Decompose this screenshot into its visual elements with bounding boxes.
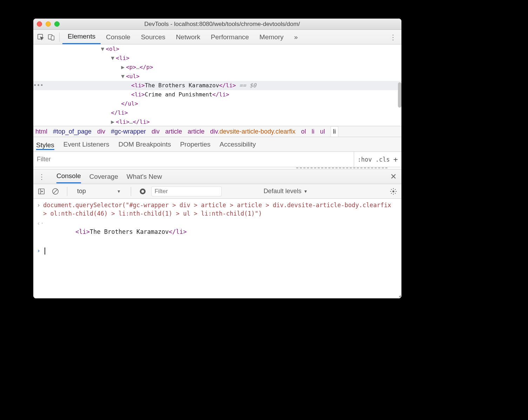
breadcrumb-item[interactable]: article xyxy=(165,128,182,135)
window-title: DevTools - localhost:8080/web/tools/chro… xyxy=(64,21,398,28)
tab-performance[interactable]: Performance xyxy=(205,30,254,44)
dom-tree[interactable]: ▼<ol> ▼<li> ▶<p>…</p> ▼<ul>••• <li>The B… xyxy=(33,45,401,126)
chevron-down-icon: ▼ xyxy=(304,189,308,194)
inspect-element-icon[interactable] xyxy=(35,32,46,42)
breadcrumb: html#top_of_pagediv#gc-wrapperdivarticle… xyxy=(33,126,401,137)
main-tabs: Elements Console Sources Network Perform… xyxy=(62,30,303,44)
subtab-styles[interactable]: Styles xyxy=(36,138,54,150)
console-input-row: › document.querySelector("#gc-wrapper > … xyxy=(37,201,398,218)
svg-line-6 xyxy=(54,189,57,193)
svg-rect-2 xyxy=(51,36,54,40)
console-result[interactable]: <li>The Brothers Karamazov</li> xyxy=(43,219,398,244)
titlebar: DevTools - localhost:8080/web/tools/chro… xyxy=(33,19,401,30)
tabs-overflow-icon[interactable]: » xyxy=(289,30,303,44)
console-settings-icon[interactable] xyxy=(388,186,399,197)
divider xyxy=(59,33,60,42)
subtab-properties[interactable]: Properties xyxy=(180,138,211,151)
clear-console-icon[interactable] xyxy=(50,186,61,197)
breadcrumb-item[interactable]: html xyxy=(35,128,47,135)
breadcrumb-item[interactable]: div.devsite-article-body.clearfix xyxy=(210,128,295,135)
console-input-text: document.querySelector("#gc-wrapper > di… xyxy=(43,201,398,218)
breadcrumb-item[interactable]: li xyxy=(331,126,338,137)
breadcrumb-item[interactable]: #top_of_page xyxy=(53,128,92,135)
cls-toggle[interactable]: .cls xyxy=(375,156,390,163)
tree-line[interactable]: ••• <li>The Brothers Karamazov</li> == $… xyxy=(33,81,401,90)
input-chevron-icon: › xyxy=(37,201,43,209)
tab-memory[interactable]: Memory xyxy=(254,30,289,44)
tree-line[interactable]: ▶<li>…</li> xyxy=(33,117,401,126)
maximize-window-button[interactable] xyxy=(54,21,60,27)
styles-tabs: Styles Event Listeners DOM Breakpoints P… xyxy=(33,137,401,152)
breadcrumb-item[interactable]: ul xyxy=(320,128,325,135)
svg-point-8 xyxy=(141,190,144,192)
tab-elements[interactable]: Elements xyxy=(62,30,101,44)
tree-line[interactable]: ▼<li> xyxy=(33,54,401,63)
console-filter-input[interactable] xyxy=(151,187,222,196)
new-style-rule-button[interactable]: + xyxy=(393,155,398,164)
breadcrumb-item[interactable]: #gc-wrapper xyxy=(111,128,146,135)
subtab-dom-breakpoints[interactable]: DOM Breakpoints xyxy=(119,138,171,151)
cursor xyxy=(45,248,45,255)
console-sidebar-toggle-icon[interactable] xyxy=(36,186,47,197)
breadcrumb-item[interactable]: article xyxy=(188,128,204,135)
close-window-button[interactable] xyxy=(37,21,42,27)
drawer-tabs: ⋮ Console Coverage What's New ✕ xyxy=(33,169,401,184)
tree-line[interactable]: ▼<ul> xyxy=(33,72,401,81)
drawer-tab-console[interactable]: Console xyxy=(56,170,81,183)
subtab-event-listeners[interactable]: Event Listeners xyxy=(63,138,109,151)
console-prompt-row[interactable]: › xyxy=(37,246,398,255)
corner-handle: ◢ xyxy=(399,294,401,298)
tab-console[interactable]: Console xyxy=(101,30,136,44)
settings-menu-icon[interactable]: ⋮ xyxy=(387,33,399,41)
minimize-window-button[interactable] xyxy=(46,21,51,27)
log-levels-selector[interactable]: Default levels ▼ xyxy=(264,188,308,195)
breadcrumb-item[interactable]: div xyxy=(151,128,160,135)
tree-line[interactable]: ▶<p>…</p> xyxy=(33,63,401,72)
drawer-tab-whatsnew[interactable]: What's New xyxy=(127,170,162,183)
scrollbar[interactable] xyxy=(398,82,401,108)
tree-line[interactable]: <li>Crime and Punishment</li> xyxy=(33,90,401,99)
main-toolbar: Elements Console Sources Network Perform… xyxy=(33,30,401,45)
traffic-lights xyxy=(37,21,60,27)
console-result-row: ‹· <li>The Brothers Karamazov</li> xyxy=(37,219,398,244)
breadcrumb-item[interactable]: li xyxy=(312,128,314,135)
styles-filter-row: :hov .cls + ◢ xyxy=(33,152,401,167)
live-expression-icon[interactable] xyxy=(137,186,148,197)
output-chevron-icon: ‹· xyxy=(37,219,43,228)
close-drawer-button[interactable]: ✕ xyxy=(387,172,399,181)
styles-filter-input[interactable] xyxy=(33,152,354,167)
breadcrumb-item[interactable]: div xyxy=(97,128,105,135)
drawer-tab-coverage[interactable]: Coverage xyxy=(89,170,118,183)
tree-line[interactable]: ▼<ol> xyxy=(33,45,401,54)
styles-body xyxy=(33,167,401,169)
chevron-down-icon: ▼ xyxy=(117,189,121,194)
breadcrumb-item[interactable]: ol xyxy=(301,128,306,135)
tree-line[interactable]: </li> xyxy=(33,108,401,117)
devtools-window: DevTools - localhost:8080/web/tools/chro… xyxy=(33,19,401,298)
device-toggle-icon[interactable] xyxy=(46,32,56,42)
tree-content: ▼<ol> ▼<li> ▶<p>…</p> ▼<ul>••• <li>The B… xyxy=(33,45,401,126)
prompt-chevron-icon: › xyxy=(37,246,43,255)
hov-toggle[interactable]: :hov xyxy=(358,156,372,163)
hov-cls-controls: :hov .cls + ◢ xyxy=(354,152,401,167)
box-model-preview xyxy=(296,168,387,169)
console-toolbar: top ▼ Default levels ▼ xyxy=(33,184,401,199)
context-selector[interactable]: top ▼ xyxy=(74,188,124,195)
drawer-menu-icon[interactable]: ⋮ xyxy=(35,172,48,181)
console-body[interactable]: › document.querySelector("#gc-wrapper > … xyxy=(33,199,401,298)
subtab-accessibility[interactable]: Accessibility xyxy=(219,138,256,151)
tab-network[interactable]: Network xyxy=(171,30,206,44)
tab-sources[interactable]: Sources xyxy=(136,30,171,44)
svg-point-9 xyxy=(392,190,394,192)
tree-line[interactable]: </ul> xyxy=(33,99,401,108)
